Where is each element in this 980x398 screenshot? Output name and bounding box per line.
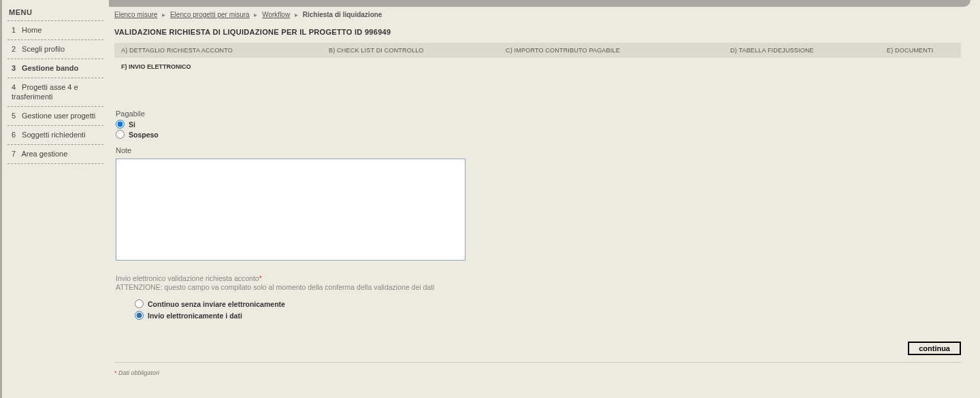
menu-item-soggetti-richiedenti[interactable]: 6 Soggetti richiedenti [7, 126, 103, 145]
continua-button[interactable]: continua [908, 342, 961, 355]
menu-label: Gestione bando [22, 64, 78, 72]
menu-index: 4 [12, 82, 20, 93]
pagabile-label: Pagabile [116, 110, 961, 118]
breadcrumb: Elenco misure ▸ Elenco progetti per misu… [114, 10, 961, 28]
tabs-row-2: F) INVIO ELETTRONICO [114, 59, 961, 74]
page-title: VALIDAZIONE RICHIESTA DI LIQUIDAZIONE PE… [114, 28, 961, 43]
radio-pagabile-sospeso[interactable] [116, 130, 125, 139]
tab-tabella-fidejussione[interactable]: D) TABELLA FIDEJUSSIONE [723, 43, 880, 58]
main-content: Elenco misure ▸ Elenco progetti per misu… [109, 0, 980, 398]
menu-item-area-gestione[interactable]: 7 Area gestione [7, 145, 103, 164]
radio-label-si: Si [129, 120, 135, 129]
tabs-row-1: A) DETTAGLIO RICHIESTA ACCONTO B) CHECK … [114, 43, 961, 58]
tab-importo-contributo[interactable]: C) IMPORTO CONTRIBUTO PAGABILE [499, 43, 723, 58]
invio-hint-body: ATTENZIONE: questo campo va compilato so… [116, 283, 961, 291]
radio-label-invio: Invio elettronicamente i dati [148, 312, 242, 320]
radio-pagabile-si[interactable] [116, 120, 125, 129]
menu-label: Soggetti richiedenti [22, 131, 86, 139]
tab-dettaglio-richiesta[interactable]: A) DETTAGLIO RICHIESTA ACCONTO [114, 43, 322, 58]
menu-label: Gestione user progetti [22, 112, 95, 120]
tab-check-list[interactable]: B) CHECK LIST DI CONTROLLO [322, 43, 499, 58]
mandatory-note: * Dati obbligatori [114, 363, 961, 376]
menu-index: 7 [12, 149, 20, 159]
tab-documenti[interactable]: E) DOCUMENTI [880, 43, 961, 58]
required-marker: * [259, 274, 262, 282]
menu-item-gestione-user-progetti[interactable]: 5 Gestione user progetti [7, 107, 103, 126]
menu-label: Scegli profilo [22, 45, 65, 53]
menu-index: 2 [12, 44, 20, 54]
menu-label: Progetti asse 4 e trasferimenti [12, 83, 78, 101]
menu-label: Area gestione [21, 150, 67, 158]
note-textarea[interactable] [116, 159, 466, 261]
breadcrumb-current: Richiesta di liquidazione [303, 11, 382, 18]
chevron-right-icon: ▸ [162, 11, 165, 18]
menu-item-progetti-asse4[interactable]: 4 Progetti asse 4 e trasferimenti [7, 78, 103, 107]
required-marker: * [114, 369, 117, 376]
sidebar-menu: MENU 1 Home 2 Scegli profilo 3 Gestione … [2, 0, 109, 398]
top-bar [109, 0, 970, 7]
form-block: Pagabile Si Sospeso Note Invio elettroni… [114, 74, 961, 321]
breadcrumb-link[interactable]: Workflow [262, 11, 290, 18]
menu-item-scegli-profilo[interactable]: 2 Scegli profilo [7, 40, 103, 59]
invio-hint-title-text: Invio elettronico validazione richiesta … [116, 274, 259, 282]
radio-invio-elettronicamente[interactable] [135, 311, 144, 320]
note-label: Note [116, 146, 961, 154]
tab-invio-elettronico[interactable]: F) INVIO ELETTRONICO [114, 59, 198, 74]
chevron-right-icon: ▸ [295, 11, 298, 18]
mandatory-text: Dati obbligatori [118, 369, 159, 376]
menu-index: 1 [12, 25, 20, 35]
radio-label-sospeso: Sospeso [129, 131, 159, 139]
menu-title: MENU [7, 5, 103, 21]
menu-index: 3 [12, 63, 20, 73]
menu-index: 5 [12, 111, 20, 121]
chevron-right-icon: ▸ [254, 11, 257, 18]
invio-hint-title: Invio elettronico validazione richiesta … [116, 274, 961, 282]
menu-index: 6 [12, 130, 20, 140]
menu-item-gestione-bando[interactable]: 3 Gestione bando [7, 59, 103, 78]
breadcrumb-link[interactable]: Elenco progetti per misura [170, 11, 250, 18]
radio-label-continuo: Continuo senza inviare elettronicamente [148, 300, 285, 308]
radio-continuo-senza-inviare[interactable] [135, 299, 144, 308]
breadcrumb-link[interactable]: Elenco misure [114, 11, 157, 18]
menu-label: Home [22, 26, 42, 34]
menu-item-home[interactable]: 1 Home [7, 21, 103, 40]
